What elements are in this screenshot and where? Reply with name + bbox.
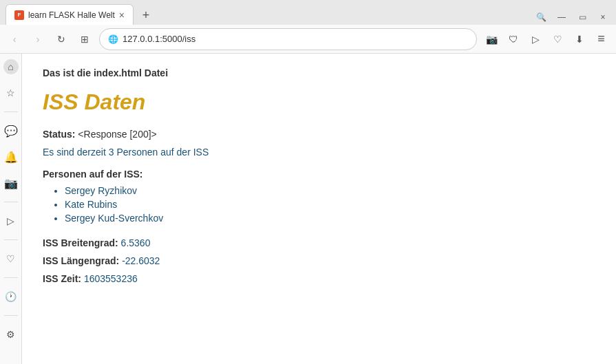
page-content: Das ist die index.html Datei ISS Daten S… (22, 54, 616, 364)
laengengrad-label: ISS Längengrad: (43, 255, 122, 266)
sidebar-chat-icon[interactable]: 💬 (3, 123, 19, 138)
heart-icon[interactable]: ♡ (549, 30, 566, 48)
sidebar-divider-3 (4, 239, 18, 240)
sidebar-star-icon[interactable]: ☆ (3, 85, 19, 100)
list-item: Sergey Ryzhikov (65, 185, 595, 196)
download-icon[interactable]: ⬇ (571, 30, 588, 48)
tab-close-button[interactable]: × (119, 10, 125, 20)
sidebar-divider-5 (4, 315, 18, 316)
info-line: Es sind derzeit 3 Personen auf der ISS (43, 147, 595, 158)
menu-button[interactable]: ≡ (593, 30, 610, 48)
status-line: Status: <Response [200]> (43, 129, 595, 140)
address-bar-row: ‹ › ↻ ⊞ 🌐 127.0.0.1:5000/iss 📷 🛡 ▷ ♡ ⬇ ≡ (0, 25, 616, 54)
sidebar-divider-1 (4, 111, 18, 112)
sidebar-clock-icon[interactable]: 🕐 (3, 289, 19, 304)
new-tab-button[interactable]: + (136, 6, 156, 25)
sidebar: ⌂ ☆ 💬 🔔 📷 ▷ ♡ 🕐 ⚙ (0, 54, 22, 364)
globe-icon: 🌐 (108, 34, 118, 44)
status-label: Status: (43, 129, 78, 140)
laengengrad-line: ISS Längengrad: -22.6032 (43, 255, 595, 266)
laengengrad-value: -22.6032 (122, 255, 160, 266)
status-value: <Response [200]> (78, 129, 156, 140)
sidebar-settings-icon[interactable]: ⚙ (3, 327, 19, 342)
toolbar-actions: 📷 🛡 ▷ ♡ ⬇ ≡ (482, 30, 610, 48)
sidebar-play-icon[interactable]: ▷ (3, 213, 19, 228)
sidebar-divider-2 (4, 202, 18, 202)
active-tab[interactable]: F learn FLASK Halle Welt × (6, 4, 134, 25)
close-window-button[interactable]: × (595, 10, 610, 25)
sidebar-notification-icon[interactable]: 🔔 (3, 149, 19, 164)
zeit-line: ISS Zeit: 1603553236 (43, 273, 595, 284)
persons-section-title: Personen auf der ISS: (43, 169, 595, 180)
maximize-button[interactable]: ▭ (575, 10, 590, 25)
sidebar-home-icon[interactable]: ⌂ (3, 59, 19, 74)
sidebar-heart-icon[interactable]: ♡ (3, 251, 19, 266)
play-icon[interactable]: ▷ (527, 30, 544, 48)
list-item: Kate Rubins (65, 199, 595, 210)
window-controls: 🔍 — ▭ × (533, 10, 610, 25)
address-bar[interactable]: 🌐 127.0.0.1:5000/iss (99, 28, 477, 50)
tab-favicon: F (14, 10, 24, 20)
page-subtitle: Das ist die index.html Datei (43, 67, 595, 78)
forward-button[interactable]: › (29, 30, 47, 48)
search-button[interactable]: 🔍 (533, 10, 549, 25)
camera-icon[interactable]: 📷 (482, 30, 500, 48)
reload-button[interactable]: ↻ (52, 30, 70, 48)
breitengrad-label: ISS Breitengrad: (43, 237, 121, 248)
page-title: ISS Daten (43, 89, 595, 115)
minimize-button[interactable]: — (554, 10, 569, 25)
list-item: Sergey Kud-Sverchkov (65, 213, 595, 224)
browser-body: ⌂ ☆ 💬 🔔 📷 ▷ ♡ 🕐 ⚙ Das ist die index.html… (0, 54, 616, 364)
breitengrad-value: 6.5360 (121, 237, 151, 248)
zeit-label: ISS Zeit: (43, 273, 84, 284)
tab-bar: F learn FLASK Halle Welt × + 🔍 — ▭ × (0, 0, 616, 25)
sidebar-instagram-icon[interactable]: 📷 (3, 175, 19, 191)
url-text: 127.0.0.1:5000/iss (123, 34, 468, 44)
back-button[interactable]: ‹ (6, 30, 23, 48)
persons-list: Sergey Ryzhikov Kate Rubins Sergey Kud-S… (65, 185, 595, 224)
grid-button[interactable]: ⊞ (76, 30, 94, 48)
zeit-value: 1603553236 (84, 273, 138, 284)
sidebar-divider-4 (4, 277, 18, 278)
breitengrad-line: ISS Breitengrad: 6.5360 (43, 237, 595, 248)
tab-label: learn FLASK Halle Welt (28, 10, 115, 20)
shield-icon[interactable]: 🛡 (505, 30, 522, 48)
